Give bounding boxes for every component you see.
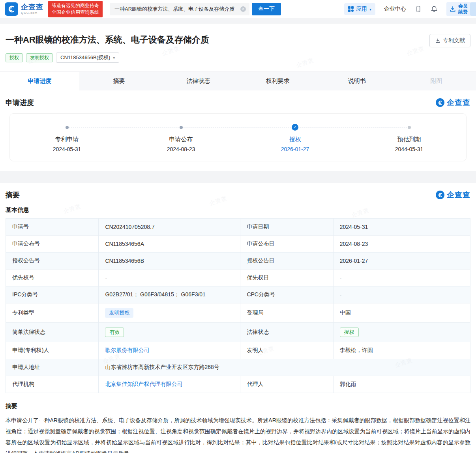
row-label: 申请日期 (240, 219, 333, 236)
patent-document-label: 专利文献 (443, 37, 465, 44)
row-value: 山东省潍坊市高新技术产业开发区东方路268号 (99, 359, 470, 376)
row-value: 2026-01-27 (333, 253, 470, 270)
row-value: 2024-08-23 (333, 236, 470, 253)
row-label: 授权公告号 (6, 253, 99, 270)
tab-description[interactable]: 说明书 (317, 72, 397, 90)
patent-document-button[interactable]: 专利文献 (429, 34, 470, 47)
agency-link[interactable]: 北京集佳知识产权代理有限公司 (105, 381, 182, 387)
row-value: - (99, 270, 240, 286)
row-value: 中国 (333, 303, 470, 323)
row-value: 2024-05-31 (333, 219, 470, 236)
table-row: 申请(专利权)人 歌尔股份有限公司 发明人 李毅松，许圆 (6, 342, 470, 359)
tab-figures[interactable]: 附图 (397, 72, 476, 90)
member-renew-label: 会员续费 (458, 3, 469, 15)
search-input[interactable] (110, 3, 249, 15)
logo-subtext: QCC.com (21, 11, 43, 15)
table-row: 优先权号 - 优先权日 - (6, 270, 470, 286)
chevron-down-icon: ▾ (113, 56, 115, 60)
legal-status-badge: 授权 (340, 328, 359, 337)
row-label: 专利类型 (6, 303, 99, 323)
status-badge-authorized: 授权 (6, 53, 23, 62)
member-renew-button[interactable]: 会员续费 (446, 2, 471, 16)
milestone-label: 申请公布 (169, 136, 193, 143)
table-row: 申请号 CN202410705208.7 申请日期 2024-05-31 (6, 219, 470, 236)
patent-number-dropdown[interactable]: CN118534656B(授权) ▾ (56, 52, 119, 63)
slogan-line2: 全国企业信用查询系统 (52, 9, 99, 16)
row-label: 申请人地址 (6, 359, 99, 376)
tab-bar: 申请进度 摘要 法律状态 权利要求 说明书 附图 (0, 71, 476, 90)
table-row: 简单法律状态 有效 法律状态 授权 (6, 323, 470, 342)
tab-summary[interactable]: 摘要 (79, 72, 159, 90)
milestone-dot (66, 126, 69, 129)
chevron-down-icon: ▾ (369, 7, 371, 11)
row-label: IPC分类号 (6, 286, 99, 303)
row-value: 歌尔股份有限公司 (99, 342, 240, 359)
row-value: 授权 (333, 323, 470, 342)
table-row: 专利类型 发明授权 受理局 中国 (6, 303, 470, 323)
milestone-expiry: 预估到期 2044-05-31 (352, 124, 466, 152)
progress-section: 申请进度 企查查 专利申请 2024-05-31 (0, 90, 476, 171)
row-value: 李毅松，许圆 (333, 342, 470, 359)
row-value: 郭化雨 (333, 376, 470, 393)
row-label: 代理机构 (6, 376, 99, 393)
abstract-heading: 摘要 (6, 402, 470, 410)
abstract-text: 本申请公开了一种AR眼镜的校准方法、系统、电子设备及存储介质，所属的技术领域为增… (6, 415, 470, 453)
qcc-brand-mark: 企查查 (436, 190, 470, 200)
mobile-app-button[interactable] (415, 6, 422, 13)
patent-tags-row: 授权 发明授权 CN118534656B(授权) ▾ (6, 52, 470, 71)
row-label: 申请(专利权)人 (6, 342, 99, 359)
summary-section: 摘要 企查查 基本信息 申请号 CN202410705208.7 申请日期 (0, 183, 476, 453)
milestone-filed: 专利申请 2024-05-31 (10, 124, 124, 152)
row-value: G02B27/01； G06F3/04815； G06F3/01 (99, 286, 240, 303)
row-value: CN202410705208.7 (99, 219, 240, 236)
milestone-date: 2024-05-31 (53, 146, 81, 152)
basic-info-heading: 基本信息 (6, 206, 470, 214)
top-header: 企查查 QCC.com 缔造有远见的商业传奇 全国企业信用查询系统 × 查一下 (0, 0, 476, 18)
milestone-dot (408, 126, 411, 129)
qcc-brand-text: 企查查 (447, 190, 470, 200)
phone-icon (415, 6, 422, 13)
apps-menu-button[interactable]: 应用 ▾ (344, 3, 375, 15)
applicant-link[interactable]: 歌尔股份有限公司 (105, 347, 149, 353)
bell-icon (431, 6, 438, 13)
floating-widget-edge[interactable] (470, 2, 476, 16)
row-value: - (333, 270, 470, 286)
slogan-line1: 缔造有远见的商业传奇 (52, 2, 99, 9)
tab-progress[interactable]: 申请进度 (0, 72, 79, 90)
enterprise-center-link[interactable]: 企业中心 (384, 6, 406, 13)
timeline: 专利申请 2024-05-31 申请公布 2024-08-23 ✓ 授权 202… (9, 113, 467, 161)
table-row: 申请人地址 山东省潍坊市高新技术产业开发区东方路268号 (6, 359, 470, 376)
milestone-label: 专利申请 (55, 136, 79, 143)
row-label: CPC分类号 (240, 286, 333, 303)
basic-info-table: 申请号 CN202410705208.7 申请日期 2024-05-31 申请公… (6, 218, 470, 393)
search-bar: × 查一下 (110, 3, 281, 15)
search-input-wrap: × (110, 3, 249, 15)
table-row: 代理机构 北京集佳知识产权代理有限公司 代理人 郭化雨 (6, 376, 470, 393)
row-label: 授权公告日 (240, 253, 333, 270)
qcc-logo-icon (5, 2, 18, 16)
qcc-brand-mark: 企查查 (436, 97, 470, 108)
member-download-icon (449, 6, 456, 13)
page: 企查查 企查查 企查查 企查查 企查查 企查查 企查查 企查查 企查查 企查查 … (0, 0, 476, 453)
table-row: IPC分类号 G02B27/01； G06F3/04815； G06F3/01 … (6, 286, 470, 303)
milestone-date: 2044-05-31 (395, 146, 424, 152)
search-button[interactable]: 查一下 (252, 3, 281, 15)
simple-legal-status-badge: 有效 (105, 328, 124, 337)
qcc-brand-icon (436, 191, 444, 199)
notifications-button[interactable] (431, 6, 438, 13)
row-label: 申请号 (6, 219, 99, 236)
tab-claims[interactable]: 权利要求 (238, 72, 317, 90)
row-label: 发明人 (240, 342, 333, 359)
tab-legal-status[interactable]: 法律状态 (159, 72, 238, 90)
row-value: 发明授权 (99, 303, 240, 323)
slogan-banner: 缔造有远见的商业传奇 全国企业信用查询系统 (48, 1, 103, 18)
row-label: 申请公布日 (240, 236, 333, 253)
patent-title-card: 一种AR眼镜的校准方法、系统、电子设备及存储介质 专利文献 授权 发明授权 CN… (0, 24, 476, 71)
qcc-logo[interactable]: 企查查 QCC.com (5, 2, 43, 16)
download-icon (435, 38, 440, 43)
patent-type-badge: 发明授权 (105, 308, 133, 318)
milestone-label: 预估到期 (397, 136, 421, 143)
qcc-brand-text: 企查查 (447, 97, 470, 108)
row-value: 有效 (99, 323, 240, 342)
clear-icon[interactable]: × (240, 6, 246, 12)
